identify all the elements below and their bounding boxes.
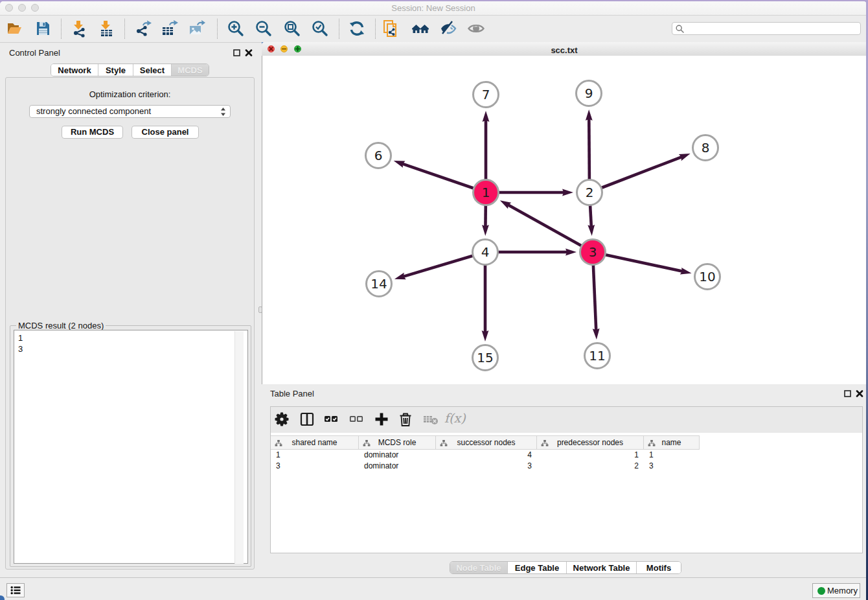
table-cell[interactable]: 3 (436, 461, 537, 472)
show-hide-graphics-details-icon[interactable] (439, 19, 457, 38)
show-panels-button[interactable] (6, 583, 25, 597)
column-header-label: successor nodes (457, 438, 515, 447)
mcds-result-group-title: MCDS result (2 nodes) (16, 321, 106, 330)
edge-arrowhead (483, 111, 490, 122)
graph-node-label: 14 (371, 276, 387, 292)
tab-mcds[interactable]: MCDS (172, 64, 209, 76)
table-cell[interactable]: 3 (271, 461, 359, 472)
column-header-MCDS-role[interactable]: MCDS role (359, 435, 436, 450)
graph-node-label: 7 (482, 87, 490, 102)
table-cell[interactable]: 2 (537, 461, 644, 472)
float-panel-icon[interactable] (233, 49, 240, 56)
zoom-fit-content-icon[interactable] (282, 19, 301, 38)
table-cell[interactable]: dominator (359, 461, 436, 472)
tab-motifs[interactable]: Motifs (637, 562, 681, 573)
tab-select[interactable]: Select (133, 64, 172, 76)
toggle-preview-icon[interactable] (467, 19, 485, 38)
tab-edge-table[interactable]: Edge Table (508, 562, 567, 573)
status-bar: Memory (0, 577, 867, 600)
deselect-all-rows-icon[interactable] (348, 411, 365, 428)
table-cell[interactable]: 1 (271, 450, 359, 461)
table-close-panel-icon[interactable] (856, 390, 863, 397)
graph-node-label: 9 (585, 86, 593, 101)
edge-arrowhead (482, 225, 489, 236)
add-row-icon[interactable] (373, 411, 390, 428)
select-all-rows-icon[interactable] (323, 411, 339, 428)
edge-arrowhead (593, 329, 600, 340)
table-cell[interactable]: 1 (537, 450, 644, 461)
table-cell[interactable]: 1 (644, 450, 700, 461)
close-panel-button[interactable]: Close panel (131, 126, 199, 139)
mcds-result-textarea[interactable]: 13 (14, 330, 248, 564)
mcds-result-scrollbar[interactable] (234, 331, 244, 564)
graph-node-label: 1 (482, 185, 490, 200)
tab-style[interactable]: Style (98, 64, 133, 76)
save-session-icon[interactable] (34, 19, 52, 38)
graph-node-label: 4 (481, 244, 490, 260)
window-title: Session: New Session (0, 3, 867, 13)
search-input[interactable] (687, 23, 858, 35)
graph-node-label: 6 (374, 148, 383, 163)
tab-network[interactable]: Network (51, 64, 98, 76)
table-float-panel-icon[interactable] (844, 390, 851, 397)
import-table-from-file-icon[interactable] (97, 19, 115, 38)
network-canvas[interactable]: 7968124314101511 (262, 56, 867, 384)
tab-network-table[interactable]: Network Table (567, 562, 637, 573)
edge-arrowhead (482, 330, 489, 341)
column-header-successor-nodes[interactable]: successor nodes (436, 435, 537, 450)
column-header-label: MCDS role (378, 438, 417, 447)
toolbar-separator (375, 19, 376, 39)
graph-node-label: 8 (702, 140, 710, 156)
memory-button[interactable]: Memory (812, 583, 860, 598)
zoom-selected-region-icon[interactable] (310, 19, 328, 38)
table-cell[interactable]: 4 (436, 450, 537, 461)
main-toolbar (0, 16, 867, 43)
column-header-shared-name[interactable]: shared name (271, 435, 359, 450)
edge-arrowhead (586, 110, 593, 121)
table-cell[interactable]: 3 (644, 461, 700, 472)
run-mcds-button[interactable]: Run MCDS (62, 126, 123, 139)
open-session-icon[interactable] (5, 19, 23, 38)
column-header-name[interactable]: name (644, 435, 700, 450)
function-builder-icon[interactable]: f(x) (444, 411, 466, 425)
toolbar-separator (339, 19, 340, 39)
table-panel: Table Panel f(x) shared nameMCDS rolesuc… (262, 384, 867, 577)
column-header-predecessor-nodes[interactable]: predecessor nodes (537, 435, 644, 450)
optimization-criterion-select[interactable]: strongly connected component (29, 105, 231, 118)
table-cell[interactable]: dominator (359, 450, 436, 461)
table-row-3[interactable]: 3dominator323 (271, 461, 700, 472)
table-settings-icon[interactable] (273, 411, 290, 428)
import-network-from-file-icon[interactable] (70, 19, 88, 38)
mcds-result-line: 3 (18, 343, 247, 354)
delete-row-icon[interactable] (397, 411, 414, 428)
first-neighbors-icon[interactable] (411, 19, 429, 38)
table-row-1[interactable]: 1dominator411 (271, 450, 700, 461)
edge-3-10[interactable] (593, 252, 683, 271)
search-box[interactable] (672, 22, 861, 35)
toolbar-separator (124, 19, 126, 39)
apply-preferred-layout-icon[interactable] (348, 19, 366, 38)
toolbar-separator (61, 19, 62, 39)
export-image-icon[interactable] (187, 19, 205, 38)
column-header-label: name (661, 438, 681, 447)
clone-network-icon[interactable] (382, 19, 400, 38)
optimization-criterion-label: Optimization criterion: (6, 89, 254, 99)
zoom-out-icon[interactable] (254, 19, 272, 38)
table-toolbar: f(x) (271, 407, 862, 433)
zoom-in-icon[interactable] (226, 19, 244, 38)
split-panel-icon[interactable] (299, 411, 315, 428)
export-table-icon[interactable] (160, 19, 178, 38)
control-panel: Control Panel NetworkStyleSelectMCDS Opt… (0, 42, 259, 577)
network-frame-title: scc.txt (262, 45, 867, 55)
graph-node-label: 15 (477, 350, 493, 365)
delete-table-icon[interactable] (422, 411, 439, 428)
column-header-label: shared name (291, 438, 337, 447)
tab-node-table[interactable]: Node Table (450, 562, 508, 573)
graph-node-label: 11 (589, 348, 605, 363)
close-panel-icon[interactable] (245, 49, 253, 56)
edge-arrowhead (565, 249, 577, 256)
toolbar-separator (217, 19, 218, 39)
edge-3-1[interactable] (508, 205, 593, 252)
export-network-icon[interactable] (134, 19, 152, 38)
edge-2-8[interactable] (589, 157, 682, 192)
